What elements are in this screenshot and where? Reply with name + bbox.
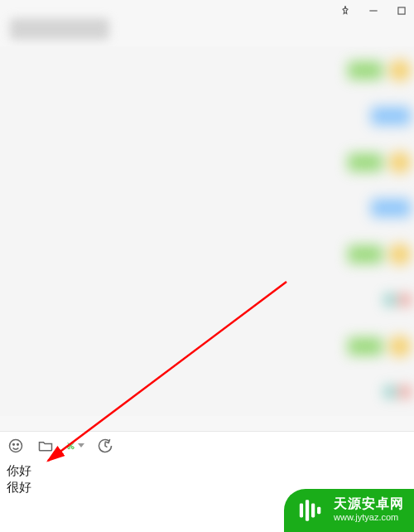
svg-line-7 (48, 282, 286, 461)
watermark-url: www.jytyaz.com (334, 510, 404, 524)
watermark-title: 天源安卓网 (334, 497, 404, 510)
chat-window: 你好 很好 天源安卓网 www.jytyaz.com (0, 0, 414, 532)
annotation-arrow (0, 0, 414, 532)
svg-rect-8 (300, 504, 303, 518)
svg-rect-9 (306, 500, 309, 521)
watermark: 天源安卓网 www.jytyaz.com (284, 489, 414, 532)
svg-rect-11 (317, 507, 320, 515)
watermark-logo-icon (297, 496, 325, 525)
svg-rect-10 (311, 504, 315, 518)
